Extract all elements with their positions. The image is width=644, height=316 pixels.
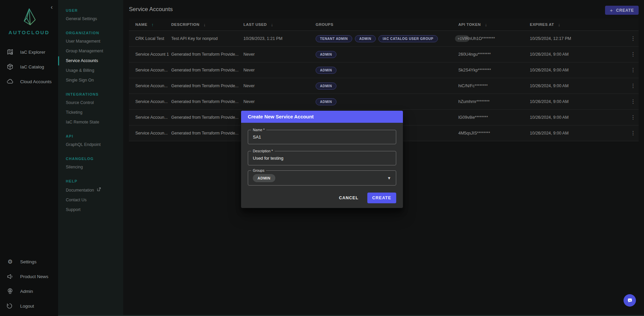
- modal-create-button[interactable]: CREATE: [367, 193, 396, 203]
- cancel-button[interactable]: CANCEL: [339, 196, 358, 200]
- modal-actions: CANCEL CREATE: [241, 186, 403, 208]
- selected-group-chip: ADMIN: [253, 174, 275, 182]
- name-field-value: SA1: [253, 135, 261, 140]
- chevron-down-icon[interactable]: ▼: [387, 176, 391, 180]
- name-field-label: Name *: [251, 128, 266, 132]
- groups-select[interactable]: Groups ADMIN ▼: [248, 170, 396, 186]
- description-field[interactable]: Description * Used for testing: [248, 151, 396, 165]
- chat-bubble-icon: [627, 297, 633, 304]
- chat-widget-button[interactable]: [624, 294, 636, 307]
- modal-title: Create New Service Account: [241, 111, 403, 123]
- name-field[interactable]: Name * SA1: [248, 130, 396, 144]
- modal-body: Name * SA1 Description * Used for testin…: [241, 123, 403, 186]
- description-field-label: Description *: [251, 149, 275, 153]
- create-service-account-modal: Create New Service Account Name * SA1 De…: [241, 111, 403, 208]
- description-field-value: Used for testing: [253, 156, 283, 161]
- groups-field-label: Groups: [251, 168, 266, 172]
